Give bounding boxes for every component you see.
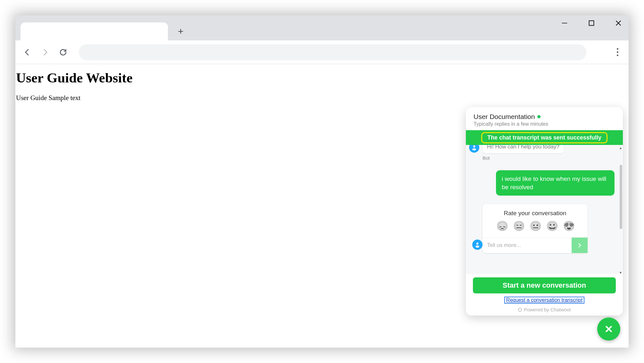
chatwoot-logo-icon bbox=[518, 308, 522, 312]
scroll-up-arrow[interactable]: ▴ bbox=[619, 146, 622, 149]
new-tab-button[interactable]: + bbox=[174, 24, 188, 38]
svg-point-11 bbox=[478, 243, 478, 244]
back-button[interactable] bbox=[22, 47, 33, 58]
bot-avatar-icon bbox=[472, 240, 483, 250]
rating-title: Rate your conversation bbox=[483, 204, 588, 219]
rating-emoji-5[interactable]: 😍 bbox=[563, 221, 574, 232]
address-bar[interactable] bbox=[79, 44, 586, 60]
rating-feedback-input[interactable] bbox=[483, 238, 572, 253]
chat-header: User Documentation Typically replies in … bbox=[466, 107, 623, 130]
reload-button[interactable] bbox=[58, 47, 69, 58]
rating-emoji-1[interactable]: 😞 bbox=[496, 221, 507, 232]
bot-message-row: Hi! How can I help you today? bbox=[469, 145, 620, 153]
user-message-bubble: i would like to know when my issue will … bbox=[496, 170, 615, 196]
powered-by: Powered by Chatwoot bbox=[518, 307, 571, 312]
minimize-button[interactable] bbox=[559, 17, 570, 29]
rating-card: Rate your conversation 😞 😑 😐 😀 😍 bbox=[483, 204, 588, 253]
scrollbar-thumb[interactable] bbox=[620, 165, 622, 229]
page-title: User Guide Website bbox=[16, 70, 629, 86]
powered-by-label: Powered by Chatwoot bbox=[524, 307, 571, 312]
scroll-down-arrow[interactable]: ▾ bbox=[619, 270, 622, 274]
window-controls bbox=[559, 17, 624, 29]
page-content: User Guide Website User Guide Sample tex… bbox=[15, 64, 629, 102]
svg-point-7 bbox=[475, 146, 475, 147]
maximize-button[interactable] bbox=[586, 17, 597, 29]
online-indicator bbox=[537, 115, 541, 118]
bot-message-bubble: Hi! How can I help you today? bbox=[483, 145, 564, 153]
rating-input-row bbox=[483, 237, 588, 253]
chat-title: User Documentation bbox=[474, 113, 535, 121]
browser-tab[interactable] bbox=[21, 22, 168, 40]
request-transcript-link[interactable]: Request a conversation transcript bbox=[504, 297, 584, 304]
bot-avatar-icon bbox=[469, 145, 479, 153]
toast-message: The chat transcript was sent successfull… bbox=[481, 132, 607, 143]
rating-emoji-3[interactable]: 😐 bbox=[530, 221, 541, 232]
svg-rect-1 bbox=[589, 21, 594, 26]
chat-widget: User Documentation Typically replies in … bbox=[466, 107, 623, 316]
chat-subtitle: Typically replies in a few minutes bbox=[474, 121, 615, 127]
toast-banner: The chat transcript was sent successfull… bbox=[466, 130, 623, 145]
rating-emoji-row: 😞 😑 😐 😀 😍 bbox=[483, 219, 588, 237]
svg-point-5 bbox=[472, 148, 476, 151]
browser-toolbar bbox=[15, 40, 629, 64]
rating-emoji-2[interactable]: 😑 bbox=[513, 221, 524, 232]
browser-menu-button[interactable] bbox=[613, 48, 622, 56]
chat-body: ▴ ▾ Hi! How can I help you today? Bot i … bbox=[466, 145, 623, 274]
tab-strip: + bbox=[15, 15, 629, 40]
svg-point-9 bbox=[475, 246, 479, 248]
chat-toggle-fab[interactable] bbox=[597, 317, 620, 341]
page-body-text: User Guide Sample text bbox=[16, 94, 629, 102]
rating-submit-button[interactable] bbox=[572, 238, 588, 253]
svg-point-10 bbox=[477, 243, 477, 244]
rating-emoji-4[interactable]: 😀 bbox=[546, 221, 557, 232]
chat-footer: Start a new conversation Request a conve… bbox=[466, 274, 623, 316]
browser-window: + User Guide Website User Guide Sample bbox=[15, 15, 629, 348]
forward-button[interactable] bbox=[40, 47, 51, 58]
close-window-button[interactable] bbox=[613, 17, 624, 29]
start-new-conversation-button[interactable]: Start a new conversation bbox=[473, 277, 616, 293]
bot-label: Bot bbox=[483, 155, 620, 161]
svg-point-6 bbox=[474, 146, 474, 147]
